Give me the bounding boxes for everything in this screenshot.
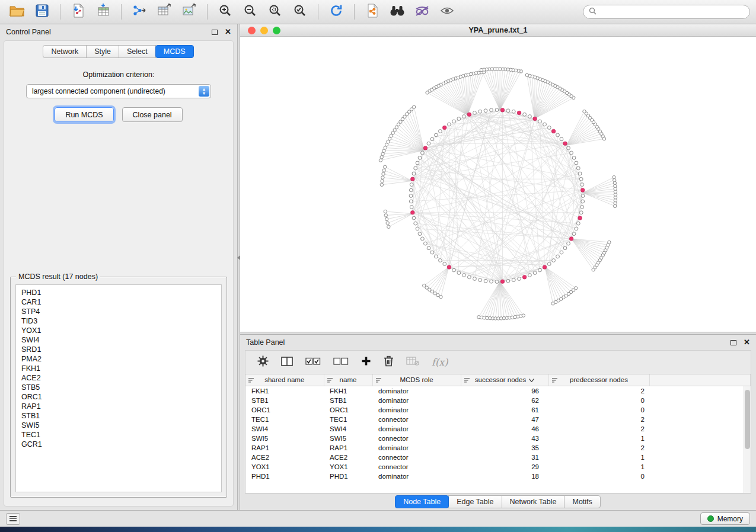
select-all-checkboxes-icon[interactable]: [305, 357, 321, 368]
mcds-result-item[interactable]: STB5: [21, 383, 216, 392]
split-columns-icon[interactable]: [281, 357, 293, 368]
export-network-button[interactable]: [128, 2, 151, 21]
mcds-result-item[interactable]: STP4: [21, 307, 216, 316]
control-panel-titlebar: Control Panel ✕: [0, 24, 237, 40]
table-row[interactable]: FKH1FKH1dominator962: [245, 386, 751, 396]
column-header-successor-nodes[interactable]: successor nodes: [461, 374, 548, 386]
sort-icon: [552, 377, 558, 384]
export-table-icon: [157, 4, 171, 20]
mcds-result-item[interactable]: TID3: [21, 316, 216, 326]
mcds-result-item[interactable]: GCR1: [21, 440, 216, 449]
toolbar-separator: [318, 4, 318, 20]
share-document-button[interactable]: [361, 2, 384, 21]
network-canvas[interactable]: [240, 37, 756, 332]
refresh-view-button[interactable]: [325, 2, 347, 21]
zoom-in-button[interactable]: [214, 2, 237, 21]
maximize-window-light[interactable]: [273, 27, 280, 34]
status-menu-button[interactable]: [6, 513, 20, 525]
table-row[interactable]: ORC1ORC1dominator610: [245, 405, 751, 415]
mcds-result-item[interactable]: PHD1: [21, 288, 216, 297]
close-table-panel-icon[interactable]: ✕: [744, 339, 750, 345]
vertical-splitter[interactable]: [237, 24, 240, 510]
control-panel-tabs: Network Style Select MCDS: [4, 45, 233, 58]
search-input[interactable]: [599, 8, 744, 16]
tab-network[interactable]: Network: [43, 45, 87, 58]
table-row[interactable]: SWI4SWI4dominator462: [245, 424, 751, 434]
network-window-title: YPA_prune.txt_1: [468, 26, 527, 34]
save-session-button[interactable]: [31, 2, 53, 21]
table-row[interactable]: ACE2ACE2connector311: [245, 453, 751, 462]
tab-node-table[interactable]: Node Table: [395, 495, 449, 508]
criterion-dropdown[interactable]: largest connected component (undirected)…: [26, 84, 211, 98]
toolbar-separator: [121, 4, 122, 20]
tab-edge-table[interactable]: Edge Table: [448, 495, 502, 508]
open-session-button[interactable]: [6, 2, 28, 21]
memory-button[interactable]: Memory: [700, 512, 750, 525]
tab-mcds[interactable]: MCDS: [155, 45, 194, 58]
mcds-result-item[interactable]: STB1: [21, 411, 216, 421]
table-row[interactable]: STB1STB1dominator620: [245, 396, 751, 405]
mcds-result-item[interactable]: RAP1: [21, 402, 216, 411]
mcds-result-group: MCDS result (17 nodes) PHD1CAR1STP4TID3Y…: [10, 277, 227, 498]
mcds-result-item[interactable]: SWI4: [21, 335, 216, 345]
table-row[interactable]: SWI5SWI5connector431: [245, 434, 751, 443]
mcds-result-item[interactable]: CAR1: [21, 297, 216, 307]
mcds-result-list[interactable]: PHD1CAR1STP4TID3YOX1SWI4SRD1PMA2FKH1ACE2…: [15, 284, 222, 492]
table-row[interactable]: TEC1TEC1connector472: [245, 415, 751, 424]
sort-icon: [327, 377, 333, 384]
tab-select[interactable]: Select: [119, 45, 156, 58]
mcds-result-title: MCDS result (17 nodes): [16, 273, 100, 281]
column-header-mcds-role[interactable]: MCDS role: [372, 374, 461, 386]
table-scrollbar[interactable]: [744, 386, 751, 493]
export-image-button[interactable]: [178, 2, 200, 21]
import-table-button[interactable]: [92, 2, 114, 21]
hide-details-button[interactable]: [411, 2, 433, 21]
zoom-out-button[interactable]: [239, 2, 261, 21]
import-table-icon: [96, 4, 110, 20]
close-panel-button[interactable]: Close panel: [122, 107, 183, 122]
mcds-result-item[interactable]: PMA2: [21, 354, 216, 364]
close-window-light[interactable]: [248, 27, 256, 34]
column-header-shared-name[interactable]: shared name: [245, 374, 324, 386]
mcds-result-item[interactable]: SWI5: [21, 421, 216, 430]
gear-icon[interactable]: [257, 355, 269, 369]
close-panel-icon[interactable]: ✕: [225, 29, 231, 35]
mcds-result-item[interactable]: FKH1: [21, 364, 216, 373]
tab-motifs[interactable]: Motifs: [564, 495, 600, 508]
minimize-window-light[interactable]: [260, 27, 268, 34]
zoom-fit-button[interactable]: [264, 2, 286, 21]
run-mcds-button[interactable]: Run MCDS: [55, 107, 113, 122]
status-bar: Memory: [0, 510, 756, 527]
table-panel-title: Table Panel: [246, 338, 285, 347]
control-panel-body: Network Style Select MCDS Optimization c…: [4, 40, 234, 507]
add-column-icon[interactable]: [361, 356, 371, 368]
mcds-result-item[interactable]: TEC1: [21, 430, 216, 440]
table-row[interactable]: RAP1RAP1dominator352: [245, 443, 751, 453]
network-search-field[interactable]: [583, 5, 750, 19]
scrollbar-thumb[interactable]: [745, 390, 750, 449]
tab-style[interactable]: Style: [86, 45, 119, 58]
import-network-button[interactable]: [67, 2, 90, 21]
mcds-result-item[interactable]: YOX1: [21, 326, 216, 335]
column-header-predecessor-nodes[interactable]: predecessor nodes: [548, 374, 649, 386]
float-panel-icon[interactable]: [212, 30, 218, 35]
table-panel-tabs: Node Table Edge Table Network Table Moti…: [240, 493, 756, 510]
zoom-out-icon: [244, 4, 257, 20]
float-table-panel-icon[interactable]: [731, 340, 736, 345]
show-details-button[interactable]: [436, 2, 458, 21]
mcds-result-item[interactable]: ACE2: [21, 373, 216, 383]
zoom-check-icon: [294, 4, 307, 20]
tab-network-table[interactable]: Network Table: [502, 495, 565, 508]
mcds-result-item[interactable]: SRD1: [21, 345, 216, 354]
table-row[interactable]: YOX1YOX1connector291: [245, 462, 751, 472]
binoculars-button[interactable]: [386, 2, 409, 21]
export-table-button[interactable]: [153, 2, 176, 21]
delete-column-icon[interactable]: [384, 355, 394, 369]
export-image-icon: [182, 4, 196, 20]
table-row[interactable]: PHD1PHD1dominator180: [245, 472, 751, 481]
splitter-collapse-icon[interactable]: [237, 255, 240, 260]
mcds-result-item[interactable]: ORC1: [21, 392, 216, 402]
zoom-selected-button[interactable]: [289, 2, 311, 21]
column-header-name[interactable]: name: [324, 374, 372, 386]
deselect-all-checkboxes-icon[interactable]: [333, 357, 349, 368]
